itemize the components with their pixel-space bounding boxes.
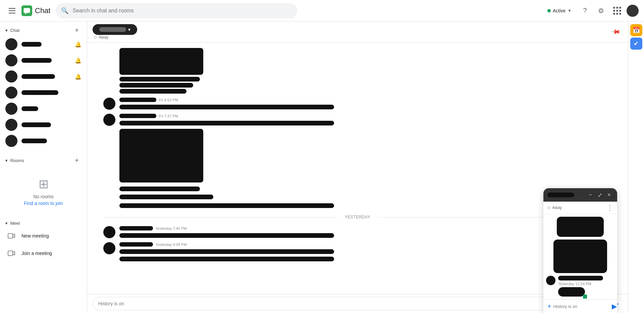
no-rooms-container: ⊞ No rooms Find a room to join <box>0 166 87 217</box>
message-row: Yesterday 9:09 PM <box>103 242 612 261</box>
chat-item[interactable] <box>0 117 87 133</box>
message-time: Fri 7:37 PM <box>159 114 178 118</box>
svg-rect-2 <box>8 251 13 256</box>
chat-section-header: ▾ Chat + <box>0 21 87 36</box>
tasks-side-button[interactable]: ✔ <box>630 38 642 50</box>
calendar-side-button[interactable]: 📅 <box>630 24 642 36</box>
side-icons: 📅 ✔ <box>628 21 644 313</box>
search-bar[interactable]: 🔍 <box>56 3 297 18</box>
message-input[interactable] <box>93 297 554 310</box>
popup-add-button[interactable]: + <box>547 303 551 310</box>
pin-button[interactable]: 📌 <box>609 25 623 39</box>
popup-fullscreen-button[interactable]: ⤢ <box>596 191 604 199</box>
message-header: Yesterday 9:09 PM <box>119 242 612 247</box>
message-bar <box>119 89 186 94</box>
app-logo <box>21 5 32 16</box>
chat-item[interactable]: 🔔 <box>0 68 87 85</box>
join-meeting-icon <box>5 247 17 259</box>
away-dot <box>94 36 97 39</box>
notification-bell-icon: 🔔 <box>75 57 82 64</box>
popup-minimize-button[interactable]: − <box>586 191 594 199</box>
avatar[interactable] <box>627 5 639 17</box>
avatar <box>5 54 17 66</box>
message-time: Yesterday 7:45 PM <box>156 226 187 230</box>
message-content: Fri 7:37 PM <box>119 114 612 199</box>
message-bar <box>119 187 200 191</box>
popup-bubble <box>558 287 585 297</box>
message-row: Fri 6:52 PM <box>103 98 612 110</box>
popup-messages[interactable]: Yesterday 11:24 PM <box>543 214 617 299</box>
help-button[interactable]: ? <box>578 4 592 17</box>
message-bar <box>119 233 334 238</box>
popup-title <box>547 193 574 197</box>
header-right-actions: 📌 <box>609 25 623 39</box>
join-meeting-item[interactable]: Join a meeting <box>0 245 87 262</box>
find-room-link[interactable]: Find a room to join <box>24 201 63 206</box>
chat-header: ▾ Away 📌 <box>87 21 628 43</box>
nav-right: Active ▼ ? ⚙ <box>543 4 639 17</box>
message-block <box>119 203 612 208</box>
rooms-section-header: ▾ Rooms + <box>0 152 87 166</box>
add-room-button[interactable]: + <box>72 156 82 165</box>
contact-name-bar <box>99 27 126 32</box>
active-status-button[interactable]: Active ▼ <box>543 6 576 15</box>
chat-name <box>21 58 52 63</box>
new-meeting-icon <box>5 230 17 242</box>
away-status: Away <box>94 35 137 40</box>
chat-item[interactable] <box>0 133 87 149</box>
message-bar <box>119 195 213 199</box>
contact-name-button[interactable]: ▾ <box>93 24 137 35</box>
popup-chat-window: − ⤢ × Away ⋮ Yesterday 11:24 PM + ▶ <box>543 188 617 313</box>
chat-item[interactable]: 🔔 <box>0 52 87 68</box>
popup-message-block <box>557 217 604 237</box>
active-label: Active <box>553 8 566 13</box>
message-avatar <box>103 226 115 238</box>
menu-button[interactable] <box>5 4 19 17</box>
message-header: Yesterday 7:45 PM <box>119 226 612 230</box>
popup-away-dot <box>547 206 550 209</box>
avatar <box>5 87 17 99</box>
popup-send-button[interactable]: ▶ <box>612 302 617 310</box>
calendar-icon: 📅 <box>633 27 640 34</box>
chat-name <box>21 74 55 79</box>
hamburger-icon <box>9 8 15 13</box>
meet-section-header: ▾ Meet <box>0 217 87 227</box>
popup-message-input[interactable] <box>553 304 610 309</box>
avatar <box>5 135 17 147</box>
message-bar <box>119 83 193 88</box>
chevron-icon: ▾ <box>5 158 8 163</box>
chat-item[interactable]: 🔔 <box>0 36 87 52</box>
message-avatar <box>103 114 115 126</box>
chat-name <box>21 90 58 95</box>
popup-away-status: Away ⋮ <box>543 202 617 214</box>
top-nav: Chat 🔍 Active ▼ ? ⚙ <box>0 0 644 21</box>
popup-more-button[interactable]: ⋮ <box>606 204 613 212</box>
add-chat-button[interactable]: + <box>72 25 82 35</box>
meet-section-label: ▾ Meet <box>5 221 20 226</box>
popup-header: − ⤢ × <box>543 188 617 202</box>
chat-name <box>21 122 51 127</box>
tasks-icon: ✔ <box>634 40 639 47</box>
message-image <box>119 48 203 75</box>
popup-close-button[interactable]: × <box>605 191 613 199</box>
chat-item[interactable] <box>0 85 87 101</box>
join-meeting-label: Join a meeting <box>21 251 52 256</box>
popup-message-bar <box>558 276 603 280</box>
apps-button[interactable] <box>610 4 624 17</box>
search-input[interactable] <box>72 8 292 14</box>
message-row: Fri 7:37 PM <box>103 114 612 199</box>
message-bar <box>119 105 334 109</box>
message-bar <box>119 249 334 254</box>
chat-item[interactable] <box>0 101 87 117</box>
sidebar: ▾ Chat + 🔔 🔔 🔔 <box>0 21 87 313</box>
chat-section-label: ▾ Chat <box>5 28 19 33</box>
chevron-down-icon: ▼ <box>568 8 572 13</box>
message-bar <box>119 121 334 125</box>
message-content: Yesterday 9:09 PM <box>119 242 612 261</box>
settings-button[interactable]: ⚙ <box>594 4 608 17</box>
new-meeting-item[interactable]: New meeting <box>0 227 87 245</box>
away-label: Away <box>99 35 108 40</box>
chevron-icon: ▾ <box>5 221 8 226</box>
grid-icon <box>613 7 621 15</box>
search-icon: 🔍 <box>61 7 68 14</box>
